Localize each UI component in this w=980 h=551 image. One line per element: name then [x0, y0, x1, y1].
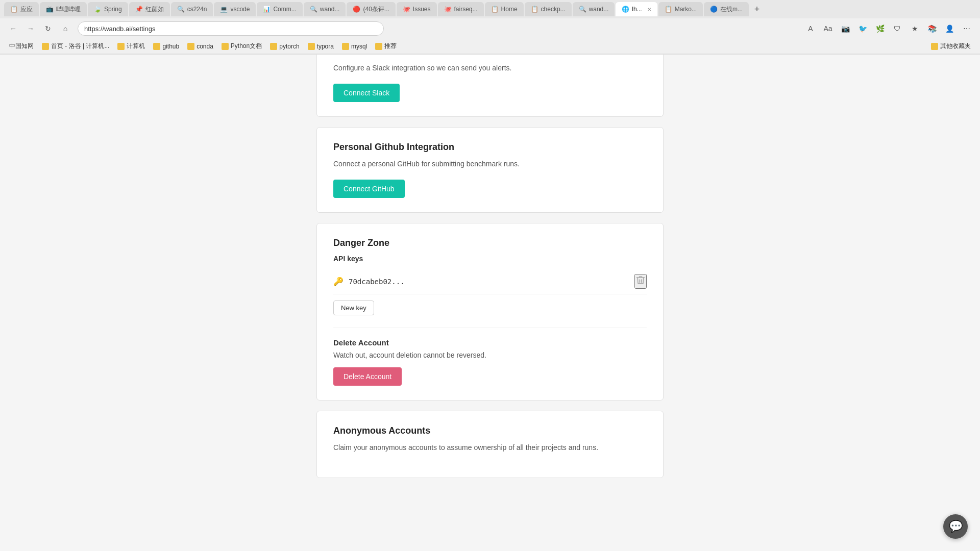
tab-4[interactable]: 📌 红颜如	[129, 2, 170, 16]
bookmarks-bar: 中国知网 首页 - 洛谷 | 计算机... 计算机 github conda P…	[0, 39, 980, 54]
profile-button[interactable]: 👤	[942, 21, 957, 36]
tab-6[interactable]: 💻 vscode	[214, 2, 256, 16]
bookmark-folder-icon-github	[153, 43, 160, 50]
browser-chrome: 📋 应应 📺 哔哩哔哩 🍃 Spring 📌 红颜如 🔍 cs224n 💻 vs…	[0, 0, 980, 55]
bookmark-zhiwang[interactable]: 中国知网	[6, 41, 37, 52]
bookmark-jisuanji[interactable]: 计算机	[114, 41, 148, 52]
tab-7[interactable]: 📊 Comm...	[257, 2, 302, 16]
browser-actions: A Aa 📷 🐦 🌿 🛡 ★ 📚 👤 ⋯	[803, 21, 974, 36]
extension-3[interactable]: 🛡	[890, 21, 904, 36]
more-button[interactable]: ⋯	[960, 21, 974, 36]
delete-account-button[interactable]: Delete Account	[333, 367, 402, 386]
delete-account-subsection: Delete Account Watch out, account deleti…	[333, 328, 647, 386]
tab-label-1: 应应	[20, 5, 33, 14]
extension-1[interactable]: 🐦	[855, 21, 870, 36]
new-tab-button[interactable]: +	[750, 2, 764, 16]
bookmark-folder-icon-pytorch	[270, 43, 277, 50]
tab-label-2: 哔哩哔哩	[56, 5, 81, 14]
bookmark-folder-icon-luogu	[42, 43, 49, 50]
tab-label-3: Spring	[104, 6, 122, 13]
translate-button[interactable]: A	[803, 21, 818, 36]
tab-label-4: 红颜如	[145, 5, 164, 14]
tab-close-15[interactable]: ✕	[647, 7, 651, 12]
api-keys-label: API keys	[333, 255, 647, 263]
tab-favicon-9: 🔴	[353, 6, 360, 13]
bookmark-folder-icon-python	[222, 43, 229, 50]
tab-label-12: Home	[501, 6, 518, 13]
tab-favicon-3: 🍃	[94, 6, 101, 13]
tab-favicon-15: 🌐	[622, 6, 629, 13]
tab-8[interactable]: 🔍 wand...	[304, 2, 346, 16]
tab-1[interactable]: 📋 应应	[4, 2, 39, 16]
tab-9[interactable]: 🔴 (40条评...	[347, 2, 395, 16]
screenshot-button[interactable]: 📷	[838, 21, 852, 36]
new-key-button[interactable]: New key	[333, 300, 374, 315]
bookmark-luogu[interactable]: 首页 - 洛谷 | 计算机...	[39, 41, 112, 52]
tab-16[interactable]: 📋 Marko...	[658, 2, 703, 16]
bookmark-pytorch-label: pytorch	[279, 43, 299, 50]
github-title: Personal Github Integration	[333, 142, 647, 153]
tab-favicon-6: 💻	[220, 6, 227, 13]
collections-button[interactable]: 📚	[925, 21, 939, 36]
bookmark-pytorch[interactable]: pytorch	[267, 42, 302, 51]
tab-12[interactable]: 📋 Home	[485, 2, 524, 16]
read-button[interactable]: Aa	[821, 21, 835, 36]
anonymous-accounts-section: Anonymous Accounts Claim your anonymous …	[316, 411, 664, 478]
bookmark-jisuanji-label: 计算机	[127, 42, 145, 51]
api-key-row: 🔑 70dcabeb02...	[333, 269, 647, 294]
reload-button[interactable]: ↻	[41, 21, 55, 36]
bookmark-python-label: Python文档	[231, 42, 262, 51]
connect-github-button[interactable]: Connect GitHub	[333, 180, 405, 198]
api-key-left: 🔑 70dcabeb02...	[333, 277, 405, 286]
github-section: Personal Github Integration Connect a pe…	[316, 127, 664, 213]
bookmark-python[interactable]: Python文档	[218, 41, 265, 52]
tab-15[interactable]: 🌐 lh... ✕	[616, 2, 657, 16]
back-button[interactable]: ←	[6, 21, 20, 36]
anonymous-accounts-title: Anonymous Accounts	[333, 425, 647, 436]
tab-favicon-5: 🔍	[177, 6, 184, 13]
tab-13[interactable]: 📋 checkp...	[525, 2, 572, 16]
tab-label-5: cs224n	[187, 6, 207, 13]
tab-17[interactable]: 🔵 在线m...	[704, 2, 749, 16]
bookmark-github[interactable]: github	[150, 42, 182, 51]
tab-label-16: Marko...	[675, 6, 697, 13]
tab-favicon-8: 🔍	[310, 6, 317, 13]
bookmark-zhiwang-label: 中国知网	[9, 42, 34, 51]
chat-bubble[interactable]: 💬	[943, 514, 968, 539]
bookmark-tuijian-label: 推荐	[384, 42, 397, 51]
tab-11[interactable]: 🐙 fairseq...	[438, 2, 484, 16]
tab-label-6: vscode	[230, 6, 250, 13]
connect-slack-button[interactable]: Connect Slack	[333, 84, 400, 102]
tab-14[interactable]: 🔍 wand...	[573, 2, 615, 16]
delete-key-button[interactable]	[634, 274, 647, 289]
bookmark-mysql[interactable]: mysql	[339, 42, 370, 51]
tab-favicon-1: 📋	[10, 6, 17, 13]
forward-button[interactable]: →	[23, 21, 38, 36]
tab-label-13: checkp...	[541, 6, 566, 13]
home-button[interactable]: ⌂	[58, 21, 72, 36]
bookmark-conda[interactable]: conda	[184, 42, 216, 51]
slack-section: Configure a Slack integration so we can …	[316, 55, 664, 117]
tab-favicon-10: 🐙	[403, 6, 410, 13]
tab-label-14: wand...	[589, 6, 609, 13]
bookmark-tuijian[interactable]: 推荐	[372, 41, 400, 52]
bookmark-other[interactable]: 其他收藏夹	[928, 41, 974, 52]
tab-favicon-2: 📺	[46, 6, 53, 13]
tab-favicon-13: 📋	[531, 6, 538, 13]
tab-10[interactable]: 🐙 Issues	[397, 2, 437, 16]
tab-2[interactable]: 📺 哔哩哔哩	[40, 2, 87, 16]
bookmark-typora[interactable]: typora	[305, 42, 337, 51]
address-bar[interactable]: https://wandb.ai/settings	[78, 21, 384, 36]
tab-favicon-11: 🐙	[444, 6, 451, 13]
tab-label-11: fairseq...	[454, 6, 478, 13]
favorites-button[interactable]: ★	[908, 21, 922, 36]
tab-5[interactable]: 🔍 cs224n	[171, 2, 213, 16]
bookmark-folder-icon-other	[931, 43, 938, 50]
tab-label-8: wand...	[320, 6, 340, 13]
bookmark-luogu-label: 首页 - 洛谷 | 计算机...	[51, 42, 109, 51]
bookmark-folder-icon-conda	[187, 43, 194, 50]
bookmark-folder-icon-mysql	[342, 43, 349, 50]
extension-2[interactable]: 🌿	[873, 21, 887, 36]
anonymous-accounts-description: Claim your anonymous accounts to assume …	[333, 442, 647, 453]
tab-3[interactable]: 🍃 Spring	[88, 2, 128, 16]
